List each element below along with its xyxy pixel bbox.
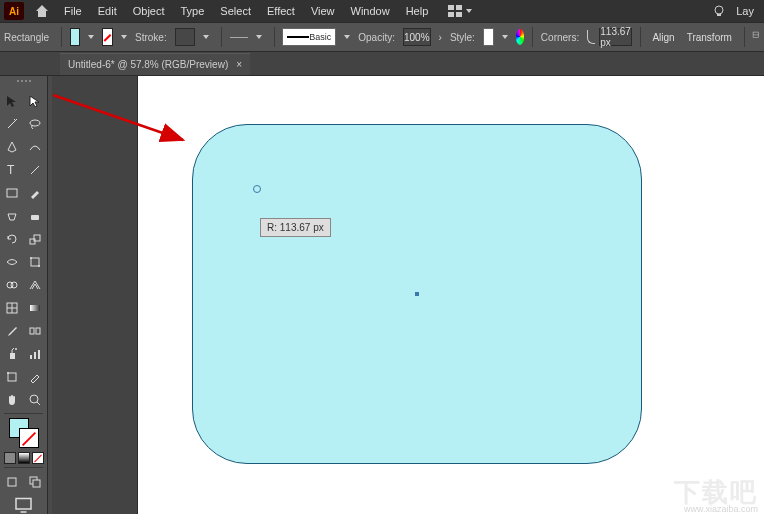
brush-definition[interactable]: Basic [282, 28, 336, 46]
svg-rect-39 [16, 499, 31, 510]
stroke-width-input[interactable] [175, 28, 195, 46]
lasso-tool[interactable] [25, 113, 46, 134]
svg-rect-38 [33, 480, 40, 487]
svg-rect-3 [456, 12, 462, 17]
canvas-area[interactable]: R: 113.67 px [138, 76, 764, 514]
rounded-rectangle-shape[interactable] [192, 124, 642, 464]
eraser-tool[interactable] [25, 205, 46, 226]
chevron-down-icon[interactable] [203, 35, 209, 39]
pen-tool[interactable] [2, 136, 23, 157]
corner-radius-input[interactable]: 113.67 px [599, 28, 632, 46]
svg-point-19 [11, 282, 17, 288]
none-mode-icon[interactable] [32, 452, 44, 464]
shaper-tool[interactable] [2, 205, 23, 226]
svg-rect-26 [10, 353, 15, 359]
chevron-down-icon[interactable] [88, 35, 94, 39]
column-graph-tool[interactable] [25, 343, 46, 364]
stroke-color-swatch[interactable] [19, 428, 39, 448]
document-tab[interactable]: Untitled-6* @ 57.8% (RGB/Preview) × [60, 53, 250, 75]
mesh-tool[interactable] [2, 297, 23, 318]
eyedropper-tool[interactable] [2, 320, 23, 341]
selection-tool[interactable] [2, 90, 23, 111]
align-button[interactable]: Align [648, 30, 678, 45]
blend-tool[interactable] [25, 320, 46, 341]
svg-rect-31 [8, 373, 16, 381]
magic-wand-tool[interactable] [2, 113, 23, 134]
recolor-artwork-icon[interactable] [516, 29, 525, 45]
corner-type-icon[interactable] [587, 30, 595, 44]
curvature-tool[interactable] [25, 136, 46, 157]
menu-select[interactable]: Select [212, 3, 259, 19]
chevron-down-icon[interactable] [502, 35, 508, 39]
menu-window[interactable]: Window [343, 3, 398, 19]
style-label: Style: [450, 32, 475, 43]
svg-rect-36 [8, 478, 16, 486]
direct-selection-tool[interactable] [25, 90, 46, 111]
menu-object[interactable]: Object [125, 3, 173, 19]
color-mode-icon[interactable] [4, 452, 16, 464]
shape-center-point[interactable] [415, 292, 419, 296]
menu-help[interactable]: Help [398, 3, 437, 19]
rectangle-tool[interactable] [2, 182, 23, 203]
gradient-mode-icon[interactable] [18, 452, 30, 464]
chevron-down-icon[interactable] [256, 35, 262, 39]
panel-dock [52, 76, 138, 514]
draw-behind-icon[interactable] [25, 471, 46, 492]
svg-rect-2 [448, 12, 454, 17]
menu-effect[interactable]: Effect [259, 3, 303, 19]
transform-button[interactable]: Transform [683, 30, 736, 45]
home-icon[interactable] [34, 3, 50, 19]
screen-mode-icon[interactable] [13, 494, 34, 514]
artboard-tool[interactable] [2, 366, 23, 387]
fill-swatch[interactable] [70, 28, 81, 46]
toolbox-grip[interactable] [2, 80, 45, 86]
paintbrush-tool[interactable] [25, 182, 46, 203]
free-transform-tool[interactable] [25, 251, 46, 272]
brush-basic-label: Basic [309, 32, 331, 42]
svg-rect-28 [30, 355, 32, 359]
variable-width-profile[interactable] [230, 28, 248, 46]
svg-point-4 [715, 6, 723, 14]
isolate-icon[interactable] [752, 30, 760, 44]
menu-edit[interactable]: Edit [90, 3, 125, 19]
scale-tool[interactable] [25, 228, 46, 249]
draw-normal-icon[interactable] [2, 471, 23, 492]
menu-view[interactable]: View [303, 3, 343, 19]
graphic-style-swatch[interactable] [483, 28, 494, 46]
corner-widget[interactable] [253, 185, 261, 193]
shape-builder-tool[interactable] [2, 274, 23, 295]
stroke-swatch[interactable] [102, 28, 113, 46]
chevron-down-icon[interactable] [344, 35, 350, 39]
close-icon[interactable]: × [236, 59, 242, 70]
tool-separator [4, 413, 43, 414]
layout-label[interactable]: Lay [736, 5, 754, 17]
document-tab-title: Untitled-6* @ 57.8% (RGB/Preview) [68, 59, 228, 70]
svg-line-35 [37, 402, 40, 405]
gradient-tool[interactable] [25, 297, 46, 318]
shape-type-label: Rectangle [4, 32, 49, 43]
svg-point-17 [38, 265, 40, 267]
perspective-grid-tool[interactable] [25, 274, 46, 295]
menu-type[interactable]: Type [173, 3, 213, 19]
type-tool[interactable]: T [2, 159, 23, 180]
fill-stroke-control[interactable] [9, 418, 39, 448]
rotate-tool[interactable] [2, 228, 23, 249]
menu-workspace-switcher[interactable] [442, 3, 482, 19]
svg-point-34 [30, 395, 38, 403]
app-logo: Ai [4, 2, 24, 20]
divider [640, 27, 641, 47]
chevron-down-icon[interactable] [121, 35, 127, 39]
radius-tooltip: R: 113.67 px [260, 218, 331, 237]
zoom-tool[interactable] [25, 389, 46, 410]
slice-tool[interactable] [25, 366, 46, 387]
opacity-input[interactable]: 100% [403, 28, 431, 46]
hand-tool[interactable] [2, 389, 23, 410]
lightbulb-icon[interactable] [712, 4, 726, 18]
divider [274, 27, 275, 47]
width-tool[interactable] [2, 251, 23, 272]
line-segment-tool[interactable] [25, 159, 46, 180]
divider [532, 27, 533, 47]
menu-file[interactable]: File [56, 3, 90, 19]
symbol-sprayer-tool[interactable] [2, 343, 23, 364]
opacity-expand-icon[interactable]: › [439, 32, 442, 42]
